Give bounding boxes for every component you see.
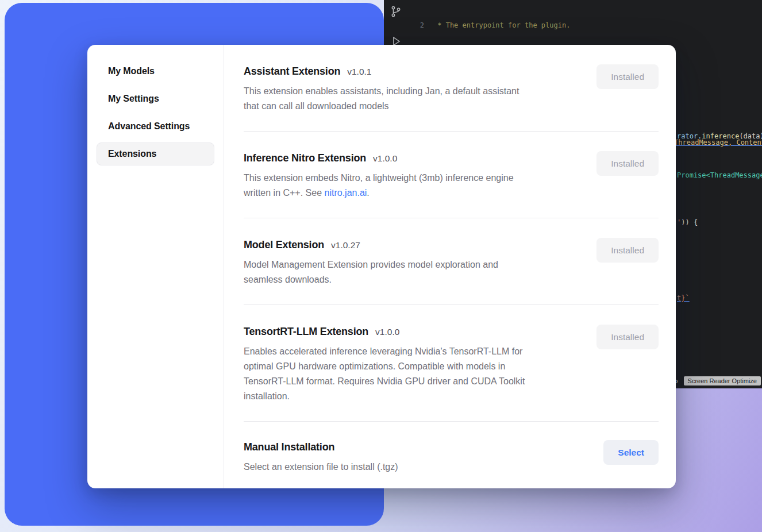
extension-version: v1.0.1 xyxy=(347,67,371,77)
extension-description: Select an extension file to install (.tg… xyxy=(244,460,398,475)
extension-name: Assistant Extension xyxy=(244,64,340,78)
extension-version: v1.0.0 xyxy=(373,153,397,164)
sidebar-item-my-settings[interactable]: My Settings xyxy=(97,87,214,110)
code-fragment: Promise<ThreadMessage> xyxy=(677,171,762,179)
installed-button[interactable]: Installed xyxy=(596,151,659,176)
installed-button[interactable]: Installed xyxy=(596,64,659,89)
extension-row: Inference Nitro Extension v1.0.0 This ex… xyxy=(244,132,659,218)
settings-sidebar: My Models My Settings Advanced Settings … xyxy=(87,45,224,488)
manual-installation-row: Manual Installation Select an extension … xyxy=(244,422,659,486)
extension-name: Model Extension xyxy=(244,238,324,252)
installed-button[interactable]: Installed xyxy=(596,238,659,263)
extension-version: v1.0.27 xyxy=(331,240,360,250)
nitro-link[interactable]: nitro.jan.ai xyxy=(325,188,367,198)
code-fragment: ')) { xyxy=(677,218,698,226)
code-comment: * The entrypoint for the plugin. xyxy=(433,21,570,30)
extension-row: Model Extension v1.0.27 Model Management… xyxy=(244,218,659,304)
extension-version: v1.0.0 xyxy=(375,327,399,337)
extensions-list: Assistant Extension v1.0.1 This extensio… xyxy=(224,45,676,488)
settings-modal: My Models My Settings Advanced Settings … xyxy=(87,45,676,488)
code-line: 2 * The entrypoint for the plugin. xyxy=(384,21,762,30)
extension-name: TensortRT-LLM Extension xyxy=(244,325,368,338)
extension-description: Model Management Extension provides mode… xyxy=(244,257,498,287)
extension-row: Assistant Extension v1.0.1 This extensio… xyxy=(244,55,659,131)
sidebar-item-extensions[interactable]: Extensions xyxy=(97,142,214,165)
select-file-button[interactable]: Select xyxy=(603,440,659,465)
extension-description: Enables accelerated inference leveraging… xyxy=(244,344,525,404)
extension-name: Manual Installation xyxy=(244,440,334,454)
code-fragment: t}` xyxy=(677,294,690,302)
line-number: 2 xyxy=(384,21,424,30)
extension-description: This extension embeds Nitro, a lightweig… xyxy=(244,171,514,201)
extension-row: TensortRT-LLM Extension v1.0.0 Enables a… xyxy=(244,305,659,421)
installed-button[interactable]: Installed xyxy=(596,325,659,349)
sidebar-item-advanced-settings[interactable]: Advanced Settings xyxy=(97,115,214,138)
extension-name: Inference Nitro Extension xyxy=(244,151,366,165)
screen-reader-chip[interactable]: Screen Reader Optimize xyxy=(684,376,761,385)
sidebar-item-my-models[interactable]: My Models xyxy=(97,60,214,83)
extension-description: This extension enables assistants, inclu… xyxy=(244,84,519,114)
editor-status-row: go Screen Reader Optimize xyxy=(670,376,761,385)
code-fragment: rator.inference(data)); xyxy=(677,132,762,140)
